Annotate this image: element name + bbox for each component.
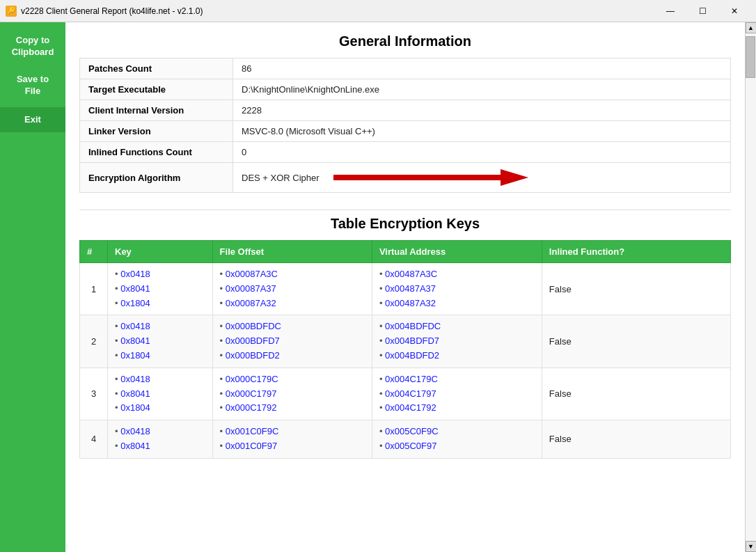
info-label: Linker Version (80, 121, 233, 142)
list-item: 0x000C1792 (220, 401, 365, 416)
info-value: DES + XOR Cipher (233, 163, 731, 193)
list-item: 0x1804 (115, 401, 205, 416)
list-item: 0x004BDFDC (379, 320, 535, 334)
list-item: 0x0418 (115, 320, 205, 334)
scroll-up-arrow[interactable]: ▲ (746, 22, 757, 33)
info-label: Encryption Algorithm (80, 163, 233, 193)
list-item: 0x00487A37 (379, 282, 535, 297)
row-inlined: False (542, 420, 730, 459)
encryption-keys-section: Table Encryption Keys #KeyFile OffsetVir… (65, 216, 745, 459)
list-item: 0x00087A3C (220, 267, 365, 282)
row-file-offset: 0x000C179C0x000C17970x000C1792 (212, 368, 372, 420)
info-row: Patches Count86 (80, 58, 731, 79)
scrollbar-track[interactable] (746, 33, 756, 541)
list-item: 0x0418 (115, 372, 205, 387)
row-index: 4 (80, 420, 108, 459)
arrow-container: DES + XOR Cipher (242, 168, 722, 187)
row-key: 0x04180x80410x1804 (108, 263, 213, 315)
general-info-title: General Information (79, 33, 731, 49)
list-item: 0x1804 (115, 349, 205, 363)
content-scroll[interactable]: General Information Patches Count86Targe… (65, 22, 745, 552)
list-item: 0x00087A37 (220, 282, 365, 297)
general-info-section: General Information Patches Count86Targe… (65, 22, 745, 204)
list-item: 0x000BDFD2 (220, 349, 365, 363)
list-item: 0x8041 (115, 439, 205, 454)
info-row: Inlined Functions Count0 (80, 142, 731, 163)
exit-button[interactable]: Exit (0, 107, 65, 133)
list-item: 0x8041 (115, 334, 205, 349)
list-item: 0x1804 (115, 297, 205, 311)
row-key: 0x04180x8041 (108, 420, 213, 459)
info-row: Encryption AlgorithmDES + XOR Cipher (80, 163, 731, 193)
row-file-offset: 0x000BDFDC0x000BDFD70x000BDFD2 (212, 315, 372, 368)
row-file-offset: 0x00087A3C0x00087A370x00087A32 (212, 263, 372, 315)
scroll-down-arrow[interactable]: ▼ (746, 541, 757, 552)
info-label: Client Internal Version (80, 100, 233, 121)
row-file-offset: 0x001C0F9C0x001C0F97 (212, 420, 372, 459)
info-label: Patches Count (80, 58, 233, 79)
list-item: 0x004BDFD2 (379, 349, 535, 363)
info-value: D:\KnightOnline\KnightOnLine.exe (233, 79, 731, 100)
row-key: 0x04180x80410x1804 (108, 368, 213, 420)
row-index: 3 (80, 368, 108, 420)
list-item: 0x0418 (115, 267, 205, 282)
list-item: 0x00087A32 (220, 297, 365, 311)
row-virtual-address: 0x005C0F9C0x005C0F97 (372, 420, 542, 459)
list-item: 0x00487A32 (379, 297, 535, 311)
keys-column-header: File Offset (212, 241, 372, 263)
title-bar-controls: — ☐ ✕ (654, 0, 750, 22)
list-item: 0x000BDFDC (220, 320, 365, 334)
maximize-button[interactable]: ☐ (686, 0, 718, 22)
section-divider (79, 210, 731, 210)
table-row: 30x04180x80410x18040x000C179C0x000C17970… (80, 368, 731, 420)
keys-header-row: #KeyFile OffsetVirtual AddressInlined Fu… (80, 241, 731, 263)
list-item: 0x001C0F97 (220, 439, 365, 454)
list-item: 0x004C179C (379, 372, 535, 387)
row-key: 0x04180x80410x1804 (108, 315, 213, 368)
row-index: 2 (80, 315, 108, 368)
title-bar-text: v2228 Client General Report (ko4life.net… (21, 6, 654, 16)
table-row: 10x04180x80410x18040x00087A3C0x00087A370… (80, 263, 731, 315)
table-row: 40x04180x80410x001C0F9C0x001C0F970x005C0… (80, 420, 731, 459)
row-virtual-address: 0x004C179C0x004C17970x004C1792 (372, 368, 542, 420)
minimize-button[interactable]: — (654, 0, 686, 22)
list-item: 0x004C1792 (379, 401, 535, 416)
encryption-keys-table: #KeyFile OffsetVirtual AddressInlined Fu… (79, 240, 731, 459)
copy-to-clipboard-button[interactable]: Copy toClipboard (0, 28, 65, 65)
list-item: 0x004C1797 (379, 387, 535, 402)
info-value: 2228 (233, 100, 731, 121)
table-row: 20x04180x80410x18040x000BDFDC0x000BDFD70… (80, 315, 731, 368)
list-item: 0x005C0F9C (379, 425, 535, 439)
list-item: 0x004BDFD7 (379, 334, 535, 349)
app-icon: 🔑 (6, 6, 17, 17)
list-item: 0x005C0F97 (379, 439, 535, 454)
save-to-file-button[interactable]: Save toFile (0, 67, 65, 104)
info-value: MSVC-8.0 (Microsoft Visual C++) (233, 121, 731, 142)
sidebar: Copy toClipboard Save toFile Exit (0, 22, 65, 552)
info-row: Target ExecutableD:\KnightOnline\KnightO… (80, 79, 731, 100)
keys-column-header: Inlined Function? (542, 241, 730, 263)
row-inlined: False (542, 263, 730, 315)
list-item: 0x8041 (115, 282, 205, 297)
row-inlined: False (542, 368, 730, 420)
info-row: Linker VersionMSVC-8.0 (Microsoft Visual… (80, 121, 731, 142)
row-virtual-address: 0x004BDFDC0x004BDFD70x004BDFD2 (372, 315, 542, 368)
encryption-value: DES + XOR Cipher (242, 173, 320, 183)
keys-column-header: # (80, 241, 108, 263)
scrollbar[interactable]: ▲ ▼ (745, 22, 756, 552)
scrollbar-thumb[interactable] (746, 36, 755, 78)
info-value: 0 (233, 142, 731, 163)
close-button[interactable]: ✕ (718, 0, 750, 22)
list-item: 0x00487A3C (379, 267, 535, 282)
list-item: 0x0418 (115, 425, 205, 439)
keys-column-header: Key (108, 241, 213, 263)
red-arrow-icon (333, 168, 528, 187)
general-info-table: Patches Count86Target ExecutableD:\Knigh… (79, 58, 731, 193)
list-item: 0x000BDFD7 (220, 334, 365, 349)
info-row: Client Internal Version2228 (80, 100, 731, 121)
encryption-keys-title: Table Encryption Keys (79, 216, 731, 232)
info-value: 86 (233, 58, 731, 79)
content-area: General Information Patches Count86Targe… (65, 22, 745, 552)
list-item: 0x001C0F9C (220, 425, 365, 439)
list-item: 0x000C179C (220, 372, 365, 387)
